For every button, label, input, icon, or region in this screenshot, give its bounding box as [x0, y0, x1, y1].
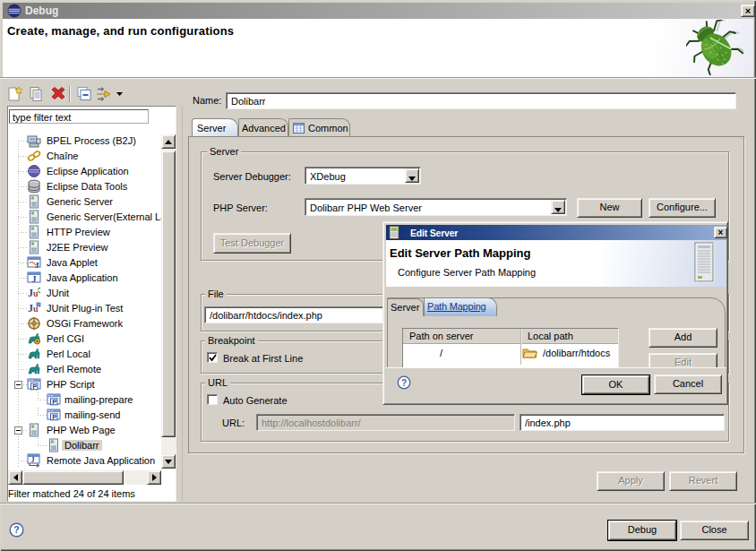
svg-text:J: J [31, 456, 35, 464]
svg-text:P: P [52, 398, 56, 406]
svg-text:u: u [33, 288, 39, 298]
svg-text:?: ? [401, 378, 407, 388]
svg-text:?: ? [13, 524, 19, 535]
svg-text:J: J [35, 261, 39, 270]
svg-text:P: P [32, 383, 37, 391]
svg-text:J: J [32, 274, 37, 284]
svg-text:P: P [52, 413, 56, 421]
